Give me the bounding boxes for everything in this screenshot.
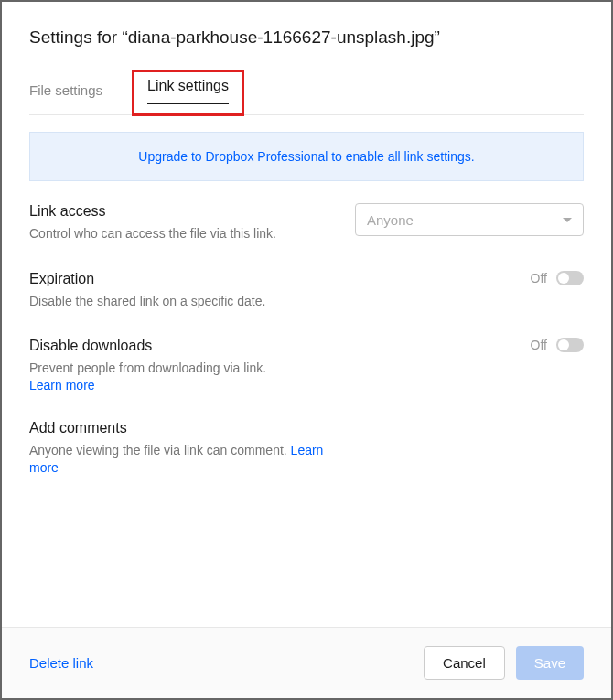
modal-content: Settings for “diana-parkhouse-1166627-un… xyxy=(2,2,611,627)
disable-downloads-toggle[interactable] xyxy=(556,338,584,352)
settings-modal: Settings for “diana-parkhouse-1166627-un… xyxy=(0,0,613,700)
disable-downloads-learn-more[interactable]: Learn more xyxy=(29,378,331,393)
expiration-title: Expiration xyxy=(29,271,331,287)
disable-downloads-state: Off xyxy=(531,338,547,352)
tab-link-settings-highlight: Link settings xyxy=(132,70,244,116)
delete-link[interactable]: Delete link xyxy=(29,655,93,671)
expiration-toggle[interactable] xyxy=(556,271,584,285)
tab-link-settings[interactable]: Link settings xyxy=(147,78,229,104)
tabs: File settings Link settings xyxy=(29,75,584,115)
toggle-knob xyxy=(558,339,569,350)
link-access-desc: Control who can access the file via this… xyxy=(29,225,331,243)
modal-title: Settings for “diana-parkhouse-1166627-un… xyxy=(29,27,584,48)
setting-disable-downloads: Disable downloads Prevent people from do… xyxy=(29,338,584,393)
chevron-down-icon xyxy=(563,218,572,222)
add-comments-title: Add comments xyxy=(29,420,331,436)
cancel-button[interactable]: Cancel xyxy=(424,646,505,680)
save-button[interactable]: Save xyxy=(516,646,584,680)
setting-expiration: Expiration Disable the shared link on a … xyxy=(29,271,584,311)
settings-body: Link access Control who can access the f… xyxy=(29,203,584,627)
setting-add-comments: Add comments Anyone viewing the file via… xyxy=(29,420,584,478)
toggle-knob xyxy=(558,273,569,284)
link-access-title: Link access xyxy=(29,203,331,220)
expiration-state: Off xyxy=(531,271,547,285)
link-access-select[interactable]: Anyone xyxy=(355,203,584,236)
modal-footer: Delete link Cancel Save xyxy=(2,627,611,698)
disable-downloads-desc: Prevent people from downloading via link… xyxy=(29,360,331,378)
add-comments-desc: Anyone viewing the file via link can com… xyxy=(29,442,331,478)
expiration-desc: Disable the shared link on a specific da… xyxy=(29,293,331,311)
link-access-selected: Anyone xyxy=(367,212,414,228)
setting-link-access: Link access Control who can access the f… xyxy=(29,203,584,243)
disable-downloads-title: Disable downloads xyxy=(29,338,331,354)
tab-file-settings[interactable]: File settings xyxy=(29,75,117,114)
upgrade-banner[interactable]: Upgrade to Dropbox Professional to enabl… xyxy=(29,132,584,181)
